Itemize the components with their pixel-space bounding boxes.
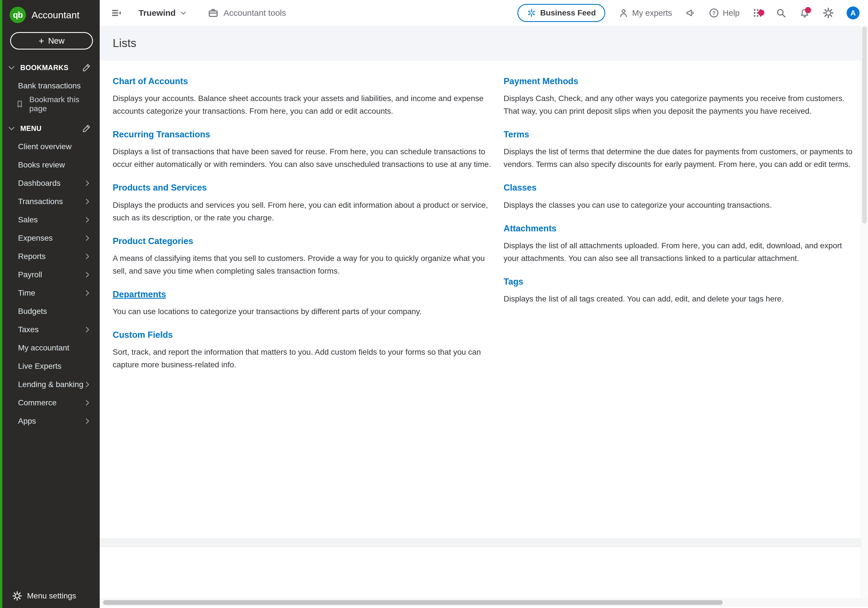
accountant-tools-button[interactable]: Accountant tools (207, 7, 286, 19)
vertical-scrollbar[interactable] (861, 26, 868, 598)
sidebar-item-payroll[interactable]: Payroll (2, 265, 100, 284)
list-section-tags: Tags Displays the list of all tags creat… (504, 276, 856, 305)
sidebar-item-label: Apps (18, 416, 84, 425)
new-button[interactable]: + New (10, 32, 93, 50)
sidebar-item-taxes[interactable]: Taxes (2, 320, 100, 339)
sidebar-item-label: Taxes (18, 325, 84, 334)
gear-icon (12, 591, 22, 601)
bookmark-icon (15, 100, 24, 109)
help-button[interactable]: ? Help (708, 8, 739, 18)
list-description: Displays the list of all tags created. Y… (504, 292, 856, 305)
chevron-right-icon (84, 417, 91, 425)
chevron-right-icon (84, 326, 91, 334)
main-area: Truewind Accountant tools Business Feed (100, 0, 868, 608)
sidebar-item-books-review[interactable]: Books review (2, 156, 100, 174)
bookmarks-header-label: BOOKMARKS (20, 63, 82, 72)
bookmark-this-page[interactable]: Bookmark this page (2, 95, 100, 113)
chevron-right-icon (84, 216, 91, 224)
sidebar-item-label: Time (18, 289, 84, 297)
list-section-recurring-transactions: Recurring Transactions Displays a list o… (113, 129, 497, 170)
sidebar-item-client-overview[interactable]: Client overview (2, 138, 100, 156)
sidebar-item-dashboards[interactable]: Dashboards (2, 174, 100, 192)
list-description: Displays Cash, Check, and any other ways… (504, 92, 856, 118)
lower-empty-area (100, 547, 868, 599)
quickbooks-logo: qb (9, 7, 26, 23)
sidebar-item-lending-banking[interactable]: Lending & banking (2, 375, 100, 393)
recurring-transactions-link[interactable]: Recurring Transactions (113, 129, 210, 139)
sidebar-item-time[interactable]: Time (2, 284, 100, 302)
sidebar-item-sales[interactable]: Sales (2, 210, 100, 229)
classes-link[interactable]: Classes (504, 183, 536, 193)
sidebar-item-bank-transactions[interactable]: Bank transactions (2, 77, 100, 95)
sidebar-item-commerce[interactable]: Commerce (2, 393, 100, 412)
sidebar-item-label: Live Experts (18, 362, 91, 371)
feedback-megaphone-icon[interactable] (685, 8, 696, 18)
bookmarks-section-header[interactable]: BOOKMARKS (2, 59, 100, 77)
list-section-payment-methods: Payment Methods Displays Cash, Check, an… (504, 76, 856, 118)
edit-bookmarks-pencil-icon[interactable] (82, 63, 91, 72)
business-feed-starburst-icon (527, 8, 536, 18)
departments-link[interactable]: Departments (113, 289, 166, 300)
menu-settings-button[interactable]: Menu settings (2, 584, 100, 608)
horizontal-scrollbar[interactable] (100, 599, 868, 606)
vertical-scrollbar-thumb[interactable] (862, 26, 867, 223)
sidebar-item-label: Reports (18, 252, 84, 261)
brand[interactable]: qb Accountant (2, 0, 100, 28)
sidebar-item-label: My accountant (18, 343, 91, 353)
sidebar-item-label: Dashboards (18, 179, 84, 188)
list-section-departments: Departments You can use locations to cat… (113, 289, 497, 318)
sidebar-item-budgets[interactable]: Budgets (2, 302, 100, 320)
bookmark-this-page-label: Bookmark this page (29, 95, 91, 113)
sidebar-item-apps[interactable]: Apps (2, 412, 100, 430)
list-description: Displays the list of terms that determin… (504, 145, 856, 170)
list-section-attachments: Attachments Displays the list of all att… (504, 223, 856, 265)
tags-link[interactable]: Tags (504, 276, 523, 287)
search-icon[interactable] (776, 8, 786, 18)
accountant-tools-label: Accountant tools (224, 8, 286, 18)
products-and-services-link[interactable]: Products and Services (113, 183, 207, 193)
chevron-down-icon (7, 63, 16, 72)
plus-icon: + (39, 36, 44, 46)
sidebar-item-label: Sales (18, 215, 84, 224)
apps-grid-icon[interactable] (753, 8, 763, 18)
new-button-label: New (48, 36, 65, 46)
chevron-right-icon (84, 198, 91, 206)
terms-link[interactable]: Terms (504, 129, 529, 139)
horizontal-scrollbar-thumb[interactable] (103, 600, 723, 605)
sidebar-item-expenses[interactable]: Expenses (2, 229, 100, 247)
collapse-sidebar-icon[interactable] (111, 7, 122, 19)
user-avatar[interactable]: A (846, 6, 860, 19)
custom-fields-link[interactable]: Custom Fields (113, 330, 173, 340)
payment-methods-link[interactable]: Payment Methods (504, 76, 578, 87)
sidebar-item-transactions[interactable]: Transactions (2, 192, 100, 210)
sidebar-item-label: Transactions (18, 197, 84, 206)
sidebar-item-live-experts[interactable]: Live Experts (2, 357, 100, 375)
menu-section-header[interactable]: MENU (2, 119, 100, 138)
sidebar-item-reports[interactable]: Reports (2, 247, 100, 265)
top-navbar: Truewind Accountant tools Business Feed (100, 0, 868, 26)
list-description: Displays the list of all attachments upl… (504, 239, 856, 265)
company-switcher[interactable]: Truewind (139, 8, 188, 18)
settings-gear-icon[interactable] (823, 8, 834, 18)
attachments-link[interactable]: Attachments (504, 223, 556, 234)
sidebar-item-label: Payroll (18, 270, 84, 279)
sidebar: qb Accountant + New BOOKMARKS Bank trans… (0, 0, 100, 608)
sidebar-item-my-accountant[interactable]: My accountant (2, 339, 100, 357)
my-experts-button[interactable]: My experts (618, 8, 672, 18)
chevron-right-icon (84, 179, 91, 187)
list-section-terms: Terms Displays the list of terms that de… (504, 129, 856, 170)
chart-of-accounts-link[interactable]: Chart of Accounts (113, 76, 188, 87)
list-section-chart-of-accounts: Chart of Accounts Displays your accounts… (113, 76, 497, 118)
menu-settings-label: Menu settings (27, 591, 76, 600)
list-description: Sort, track, and report the information … (113, 346, 497, 371)
sidebar-item-label: Expenses (18, 234, 84, 243)
lists-left-column: Chart of Accounts Displays your accounts… (113, 76, 497, 538)
list-description: A means of classifying items that you se… (113, 252, 497, 277)
notifications-bell-icon[interactable] (799, 8, 810, 18)
chevron-down-icon (7, 124, 16, 133)
sidebar-item-label: Books review (18, 161, 91, 169)
page-header-band: Lists (100, 26, 868, 60)
edit-menu-pencil-icon[interactable] (82, 124, 91, 133)
product-categories-link[interactable]: Product Categories (113, 236, 193, 246)
business-feed-button[interactable]: Business Feed (518, 4, 605, 22)
